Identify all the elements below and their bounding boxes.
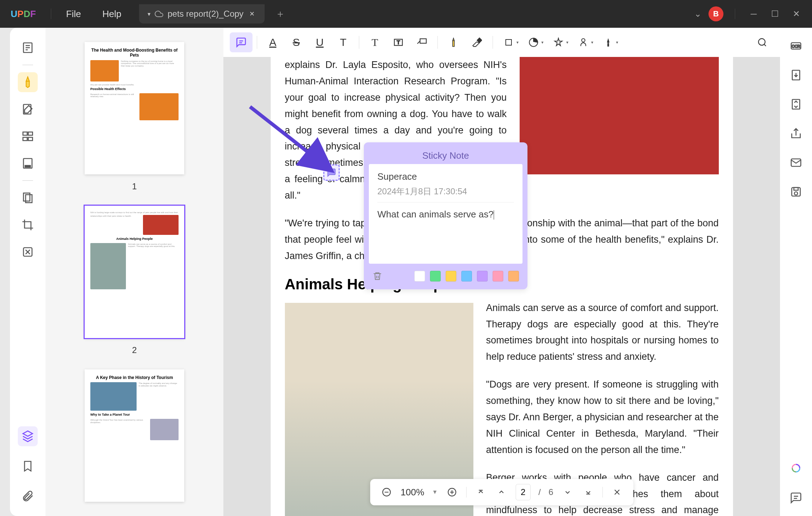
save-button[interactable] xyxy=(789,184,803,199)
dropdown-icon[interactable]: ▾ xyxy=(516,40,519,45)
dropdown-icon[interactable]: ▾ xyxy=(566,40,568,45)
attachment-button[interactable] xyxy=(18,486,38,506)
article-image-dogs xyxy=(520,57,719,174)
organize-tool-button[interactable] xyxy=(18,126,38,146)
delete-note-button[interactable] xyxy=(372,271,382,281)
text-tool[interactable]: T xyxy=(363,32,386,52)
search-button[interactable] xyxy=(751,32,774,52)
maximize-button[interactable]: ☐ xyxy=(768,9,782,19)
svg-point-23 xyxy=(759,39,765,46)
document-area: A S U T T T ▾ ▾ ▾ ▾ ▾ xyxy=(223,28,780,516)
squiggly-tool[interactable]: T xyxy=(332,32,355,52)
dropdown-icon[interactable]: ▾ xyxy=(616,40,618,45)
next-page-button[interactable] xyxy=(561,486,574,499)
color-white[interactable] xyxy=(414,271,425,281)
color-blue[interactable] xyxy=(461,271,472,281)
zoom-out-button[interactable] xyxy=(380,486,393,499)
pencil-tool[interactable] xyxy=(442,32,465,52)
dropdown-icon[interactable]: ▾ xyxy=(591,40,593,45)
highlight-tool[interactable]: A xyxy=(261,32,284,52)
left-toolbar xyxy=(10,28,46,516)
new-tab-button[interactable]: ＋ xyxy=(275,7,285,21)
sticky-note-textarea[interactable]: What can animals serve as? xyxy=(377,209,514,220)
dropdown-icon[interactable]: ▾ xyxy=(541,40,543,45)
close-nav-button[interactable] xyxy=(611,486,623,499)
thumbnail-page-2[interactable]: NIH is funding large-scale surveys to fi… xyxy=(85,206,184,338)
form-tool-button[interactable] xyxy=(18,153,38,173)
thumbnails-panel: The Health and Mood-Boosting Benefits of… xyxy=(46,28,223,516)
prev-page-button[interactable] xyxy=(495,486,508,499)
convert-button[interactable] xyxy=(789,68,803,83)
sticky-note-tool[interactable] xyxy=(230,32,253,52)
comments-panel-button[interactable] xyxy=(789,490,803,505)
first-page-button[interactable] xyxy=(474,486,487,499)
strikethrough-tool[interactable]: S xyxy=(285,32,308,52)
zoom-in-button[interactable] xyxy=(446,486,458,499)
page-number-input[interactable] xyxy=(516,484,531,500)
menu-file[interactable]: File xyxy=(55,9,92,20)
pages-tool-button[interactable] xyxy=(18,188,38,208)
right-toolbar: OCR xyxy=(780,28,812,516)
user-avatar[interactable]: B xyxy=(708,6,723,21)
svg-point-40 xyxy=(795,192,798,195)
page-viewport[interactable]: explains Dr. Layla Esposito, who oversee… xyxy=(223,57,780,516)
ai-assistant-button[interactable] xyxy=(789,461,803,476)
svg-rect-8 xyxy=(28,137,33,141)
minimize-button[interactable]: ─ xyxy=(747,9,761,19)
zoom-level: 100% xyxy=(400,487,424,498)
svg-rect-20 xyxy=(506,40,511,45)
tab-title: pets report(2)_Copy xyxy=(168,9,243,19)
sticky-note-marker[interactable] xyxy=(323,164,340,181)
sticky-note-popup: Sticky Note Superace 2024年1月8日 17:30:54 … xyxy=(364,142,527,289)
sticky-note-title: Sticky Note xyxy=(369,147,522,164)
textbox-tool[interactable]: T xyxy=(387,32,410,52)
color-purple[interactable] xyxy=(477,271,488,281)
tab-dropdown-icon[interactable]: ▾ xyxy=(148,11,150,17)
annotation-toolbar: A S U T T T ▾ ▾ ▾ ▾ ▾ xyxy=(223,28,780,57)
svg-rect-7 xyxy=(23,137,27,141)
compress-button[interactable] xyxy=(789,97,803,112)
menu-help[interactable]: Help xyxy=(92,9,132,20)
tab-close-icon[interactable]: ✕ xyxy=(248,9,256,19)
callout-tool[interactable] xyxy=(410,32,433,52)
chevron-down-icon[interactable]: ⌄ xyxy=(694,9,701,19)
color-green[interactable] xyxy=(430,271,441,281)
thumb-number: 2 xyxy=(132,345,137,355)
page-total: 6 xyxy=(548,487,553,497)
thumbnail-page-3[interactable]: A Key Phase in the History of Tourism Th… xyxy=(85,369,184,502)
redact-tool-button[interactable] xyxy=(18,242,38,262)
sticky-note-author: Superace xyxy=(377,171,514,182)
color-pink[interactable] xyxy=(493,271,503,281)
page-separator: / xyxy=(538,487,541,497)
ocr-button[interactable]: OCR xyxy=(789,38,803,53)
svg-rect-18 xyxy=(420,39,426,43)
cloud-icon xyxy=(155,10,163,18)
svg-text:OCR: OCR xyxy=(792,44,800,48)
document-tab[interactable]: ▾ pets report(2)_Copy ✕ xyxy=(139,4,264,23)
crop-tool-button[interactable] xyxy=(18,215,38,235)
color-orange[interactable] xyxy=(508,271,519,281)
thumb-number: 1 xyxy=(132,181,137,191)
close-window-button[interactable]: ✕ xyxy=(789,9,803,19)
page-navigation: 100% ▼ / 6 xyxy=(370,479,633,505)
svg-rect-39 xyxy=(794,188,798,190)
svg-rect-6 xyxy=(28,132,33,135)
comment-tool-button[interactable] xyxy=(18,72,38,92)
reader-mode-button[interactable] xyxy=(18,38,38,58)
eraser-tool[interactable] xyxy=(466,32,488,52)
zoom-dropdown-icon[interactable]: ▼ xyxy=(432,489,438,495)
title-bar: UPDF File Help ▾ pets report(2)_Copy ✕ ＋… xyxy=(0,0,812,28)
thumb-title: The Health and Mood-Boosting Benefits of… xyxy=(90,48,179,58)
underline-tool[interactable]: U xyxy=(308,32,331,52)
bookmark-button[interactable] xyxy=(18,456,38,476)
last-page-button[interactable] xyxy=(582,486,595,499)
color-yellow[interactable] xyxy=(446,271,456,281)
svg-rect-10 xyxy=(25,165,31,167)
sticky-note-timestamp: 2024年1月8日 17:30:54 xyxy=(377,186,514,202)
edit-tool-button[interactable] xyxy=(18,99,38,119)
thumbnail-page-1[interactable]: The Health and Mood-Boosting Benefits of… xyxy=(85,42,184,174)
share-button[interactable] xyxy=(789,126,803,141)
svg-text:T: T xyxy=(397,39,400,45)
email-button[interactable] xyxy=(789,155,803,170)
layers-button[interactable] xyxy=(18,426,38,446)
